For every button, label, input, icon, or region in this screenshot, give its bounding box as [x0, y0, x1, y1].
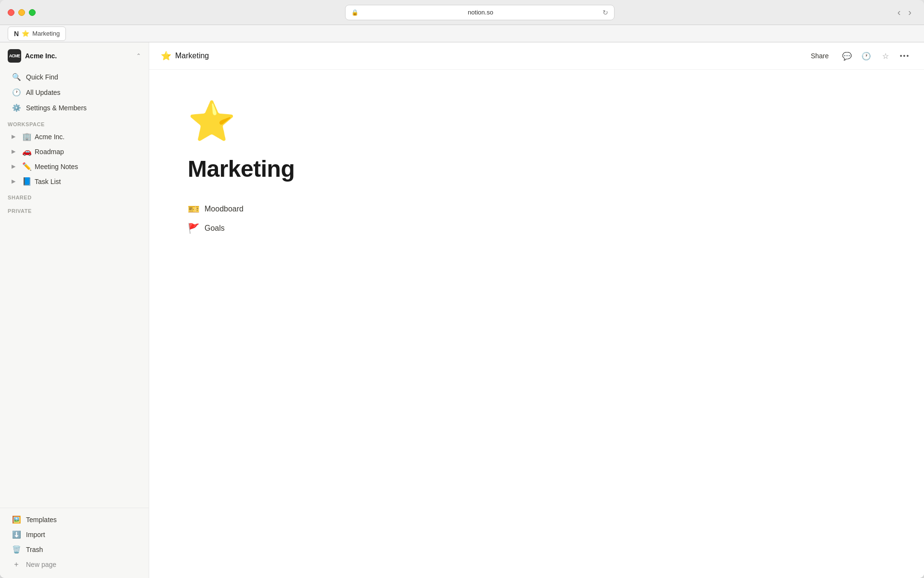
chevron-right-icon: ▶	[12, 163, 19, 170]
chevron-right-icon: ▶	[12, 178, 19, 184]
page-list: 🎫 Moodboard 🚩 Goals	[188, 201, 886, 236]
app-layout: ACME Acme Inc. ⌃ 🔍 Quick Find 🕐 All Upda…	[0, 42, 924, 578]
shared-section-label: SHARED	[0, 189, 149, 202]
page-star-icon: ⭐	[161, 51, 171, 61]
acme-icon: 🏢	[22, 132, 32, 141]
import-icon: ⬇️	[12, 530, 21, 539]
sidebar-item-label: Quick Find	[26, 73, 58, 81]
more-icon: •••	[900, 52, 910, 60]
list-item-goals[interactable]: 🚩 Goals	[188, 221, 886, 236]
list-item-title: Goals	[205, 224, 225, 233]
new-page-button[interactable]: + New page	[4, 557, 145, 572]
sidebar-item-trash[interactable]: 🗑️ Trash	[4, 542, 145, 557]
tree-item-label: Roadmap	[35, 148, 64, 156]
notebook-icon: 📘	[22, 177, 32, 186]
lock-icon: 🔒	[351, 9, 359, 16]
sidebar-item-roadmap[interactable]: ▶ 🚗 Roadmap	[4, 144, 145, 158]
tab-star: ⭐	[22, 30, 29, 37]
sidebar-item-quick-find[interactable]: 🔍 Quick Find	[4, 70, 145, 84]
sidebar-item-label: Templates	[26, 516, 57, 524]
notion-icon: N	[14, 30, 19, 38]
private-section-label: PRIVATE	[0, 202, 149, 216]
title-bar: 🔒 notion.so ↻ ‹ ›	[0, 0, 924, 25]
list-item-title: Moodboard	[205, 205, 244, 213]
back-button[interactable]: ‹	[895, 6, 904, 19]
comments-button[interactable]: 💬	[839, 48, 855, 64]
address-bar[interactable]: 🔒 notion.so ↻	[345, 5, 615, 20]
workspace-section-label: WORKSPACE	[0, 116, 149, 129]
workspace-name: Acme Inc.	[25, 52, 132, 60]
star-icon: ☆	[882, 52, 889, 61]
tree-item-label: Task List	[35, 178, 61, 185]
workspace-icon: ACME	[8, 49, 21, 63]
sidebar-item-templates[interactable]: 🖼️ Templates	[4, 512, 145, 527]
sidebar: ACME Acme Inc. ⌃ 🔍 Quick Find 🕐 All Upda…	[0, 42, 149, 578]
sidebar-item-import[interactable]: ⬇️ Import	[4, 527, 145, 542]
page-header: ⭐ Marketing Share 💬 🕐 ☆ •••	[149, 42, 924, 70]
sidebar-item-label: Trash	[26, 546, 43, 553]
page-icon: ⭐	[188, 99, 886, 144]
clock-icon: 🕐	[12, 88, 21, 97]
tree-item-label: Meeting Notes	[35, 163, 78, 171]
traffic-lights	[8, 9, 36, 16]
gear-icon: ⚙️	[12, 104, 21, 112]
close-button[interactable]	[8, 9, 14, 16]
active-tab[interactable]: N ⭐ Marketing	[8, 26, 66, 41]
tree-item-label: Acme Inc.	[35, 133, 64, 141]
sidebar-item-label: Settings & Members	[26, 104, 87, 112]
new-page-label: New page	[26, 561, 56, 568]
tab-title: Marketing	[32, 30, 60, 37]
sidebar-item-label: Import	[26, 531, 45, 539]
url-text: notion.so	[361, 9, 600, 16]
history-button[interactable]: 🕐	[859, 48, 874, 64]
pencil-icon: ✏️	[22, 162, 32, 171]
minimize-button[interactable]	[18, 9, 25, 16]
chevron-right-icon: ▶	[12, 133, 19, 140]
sidebar-bottom: 🖼️ Templates ⬇️ Import 🗑️ Trash + New pa…	[0, 508, 149, 578]
page-heading: Marketing	[188, 156, 886, 182]
sidebar-item-meeting-notes[interactable]: ▶ ✏️ Meeting Notes	[4, 159, 145, 173]
maximize-button[interactable]	[29, 9, 36, 16]
favorite-button[interactable]: ☆	[878, 48, 893, 64]
chevron-right-icon: ▶	[12, 148, 19, 155]
sidebar-item-acme-inc[interactable]: ▶ 🏢 Acme Inc.	[4, 130, 145, 144]
page-header-title: Marketing	[175, 52, 209, 60]
header-actions: Share 💬 🕐 ☆ •••	[804, 48, 912, 64]
sidebar-item-all-updates[interactable]: 🕐 All Updates	[4, 85, 145, 100]
workspace-chevron-icon: ⌃	[136, 53, 141, 59]
comment-icon: 💬	[842, 52, 852, 61]
share-button[interactable]: Share	[804, 49, 835, 63]
more-options-button[interactable]: •••	[897, 48, 912, 64]
sidebar-item-task-list[interactable]: ▶ 📘 Task List	[4, 174, 145, 188]
templates-icon: 🖼️	[12, 515, 21, 524]
forward-button[interactable]: ›	[905, 6, 914, 19]
page-title-header: ⭐ Marketing	[161, 51, 798, 61]
search-icon: 🔍	[12, 73, 21, 81]
flag-icon: 🚩	[188, 223, 200, 234]
tab-bar: N ⭐ Marketing	[0, 25, 924, 42]
reload-button[interactable]: ↻	[603, 9, 608, 16]
history-icon: 🕐	[861, 52, 871, 61]
sidebar-item-settings[interactable]: ⚙️ Settings & Members	[4, 101, 145, 115]
plus-icon: +	[12, 560, 21, 569]
page-body: ⭐ Marketing 🎫 Moodboard 🚩 Goals	[149, 70, 924, 578]
list-item-moodboard[interactable]: 🎫 Moodboard	[188, 201, 886, 217]
main-content: ⭐ Marketing Share 💬 🕐 ☆ •••	[149, 42, 924, 578]
sidebar-item-label: All Updates	[26, 89, 61, 96]
trash-icon: 🗑️	[12, 545, 21, 554]
ticket-icon: 🎫	[188, 203, 200, 215]
workspace-header[interactable]: ACME Acme Inc. ⌃	[0, 42, 149, 69]
car-icon: 🚗	[22, 147, 32, 156]
